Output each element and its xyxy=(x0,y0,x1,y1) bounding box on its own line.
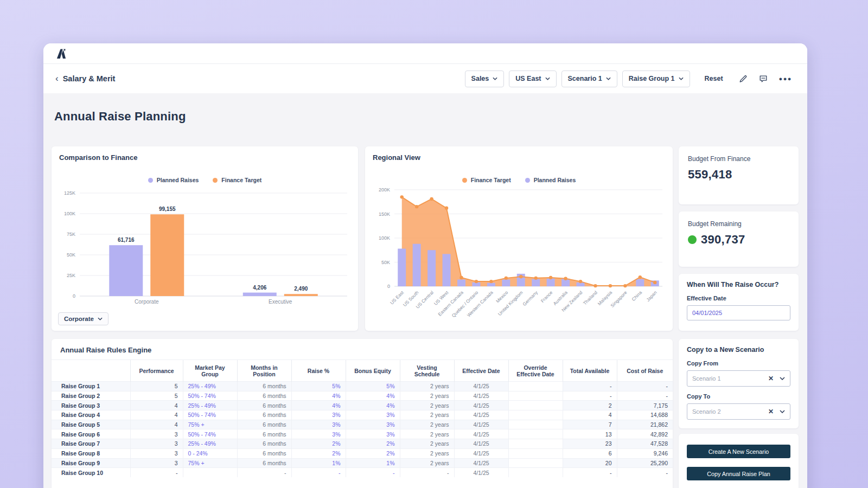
table-cell[interactable]: 2 years xyxy=(400,382,454,391)
table-cell[interactable] xyxy=(508,458,563,468)
table-cell[interactable]: 3% xyxy=(346,420,400,429)
copy-annual-raise-plan-button[interactable]: Copy Annual Raise Plan xyxy=(687,467,790,480)
table-cell[interactable]: 3 xyxy=(130,458,183,468)
table-cell[interactable]: 14,688 xyxy=(617,410,673,420)
table-cell[interactable]: 4% xyxy=(346,391,400,401)
table-cell[interactable]: 50% - 74% xyxy=(183,410,237,420)
table-cell[interactable] xyxy=(508,420,563,429)
effective-date-input[interactable] xyxy=(687,305,790,320)
edit-pencil-icon[interactable] xyxy=(736,72,751,85)
table-cell[interactable]: 2% xyxy=(291,448,346,458)
filter-dropdown-sales[interactable]: Sales xyxy=(465,70,505,87)
chevron-down-icon[interactable] xyxy=(777,377,785,380)
table-cell[interactable]: 2% xyxy=(291,439,346,449)
table-cell[interactable]: 25% - 49% xyxy=(183,401,237,410)
table-cell[interactable]: 5% xyxy=(346,382,400,391)
table-cell[interactable]: 2% xyxy=(346,448,400,458)
table-cell[interactable]: 6 months xyxy=(237,391,291,401)
table-cell[interactable]: - xyxy=(563,382,617,391)
table-cell[interactable]: - xyxy=(400,468,454,478)
table-cell[interactable]: 2 years xyxy=(400,429,454,439)
table-cell[interactable]: 2 years xyxy=(400,439,454,449)
table-cell[interactable]: 4% xyxy=(346,401,400,410)
table-cell[interactable] xyxy=(508,448,563,458)
table-cell[interactable]: - xyxy=(563,391,617,401)
table-cell[interactable]: 1% xyxy=(291,458,346,468)
table-cell[interactable] xyxy=(508,401,563,410)
table-cell[interactable] xyxy=(508,429,563,439)
table-cell[interactable]: 6 xyxy=(563,448,617,458)
table-cell[interactable]: - xyxy=(291,468,346,478)
table-cell[interactable]: 6 months xyxy=(237,429,291,439)
table-cell[interactable]: 2 years xyxy=(400,458,454,468)
table-cell[interactable]: 3 xyxy=(130,448,183,458)
table-cell[interactable]: 3% xyxy=(291,429,346,439)
table-cell[interactable]: 2 years xyxy=(400,391,454,401)
table-cell[interactable]: 2 xyxy=(563,401,617,410)
table-cell[interactable]: 4/1/25 xyxy=(454,420,508,429)
create-new-scenario-button[interactable]: Create A New Scenario xyxy=(687,445,790,458)
table-cell[interactable]: - xyxy=(237,468,291,478)
table-cell[interactable]: 25% - 49% xyxy=(183,382,237,391)
table-cell[interactable]: 25% - 49% xyxy=(183,439,237,449)
table-cell[interactable]: 6 months xyxy=(237,401,291,410)
table-cell[interactable] xyxy=(508,391,563,401)
table-cell[interactable]: 6 months xyxy=(237,439,291,449)
table-cell[interactable]: 50% - 74% xyxy=(183,429,237,439)
table-cell[interactable] xyxy=(508,382,563,391)
table-cell[interactable] xyxy=(508,410,563,420)
table-cell[interactable]: - xyxy=(617,382,673,391)
table-cell[interactable]: 20 xyxy=(563,458,617,468)
table-cell[interactable]: 23 xyxy=(563,439,617,449)
filter-dropdown-raise-group-1[interactable]: Raise Group 1 xyxy=(622,70,690,87)
table-cell[interactable]: 4/1/25 xyxy=(454,382,508,391)
clear-icon[interactable]: ✕ xyxy=(764,375,777,382)
table-cell[interactable]: 3% xyxy=(346,429,400,439)
table-cell[interactable]: 3% xyxy=(291,420,346,429)
table-cell[interactable]: 4 xyxy=(563,410,617,420)
table-cell[interactable]: 6 months xyxy=(237,458,291,468)
table-cell[interactable]: 4/1/25 xyxy=(454,458,508,468)
back-chevron-icon[interactable]: ‹ xyxy=(55,74,59,83)
table-cell[interactable]: 4/1/25 xyxy=(454,410,508,420)
table-cell[interactable]: 47,528 xyxy=(617,439,673,449)
filter-dropdown-scenario-1[interactable]: Scenario 1 xyxy=(561,70,617,87)
table-cell[interactable]: 1% xyxy=(346,458,400,468)
anaplan-logo[interactable] xyxy=(55,48,67,59)
table-cell[interactable]: 3 xyxy=(130,439,183,449)
copy-from-select[interactable]: Scenario 1 ✕ xyxy=(687,370,790,387)
table-cell[interactable]: - xyxy=(617,391,673,401)
table-cell[interactable]: 50% - 74% xyxy=(183,391,237,401)
table-cell[interactable]: 2 years xyxy=(400,448,454,458)
table-cell[interactable]: 4% xyxy=(291,391,346,401)
filter-dropdown-us-east[interactable]: US East xyxy=(509,70,556,87)
table-cell[interactable]: 4/1/25 xyxy=(454,429,508,439)
table-cell[interactable]: 0 - 24% xyxy=(183,448,237,458)
table-cell[interactable]: 4/1/25 xyxy=(454,439,508,449)
table-cell[interactable]: 6 months xyxy=(237,420,291,429)
copy-to-select[interactable]: Scenario 2 ✕ xyxy=(687,403,790,420)
table-cell[interactable]: 5 xyxy=(130,391,183,401)
table-cell[interactable]: 75% + xyxy=(183,420,237,429)
table-cell[interactable] xyxy=(183,468,237,478)
table-cell[interactable]: 25,290 xyxy=(617,458,673,468)
breadcrumb[interactable]: ‹ Salary & Merit xyxy=(55,74,115,84)
table-cell[interactable]: 6 months xyxy=(237,410,291,420)
table-cell[interactable]: 4% xyxy=(291,401,346,410)
table-cell[interactable]: 2% xyxy=(346,439,400,449)
table-cell[interactable]: 7 xyxy=(563,420,617,429)
table-cell[interactable]: 21,862 xyxy=(617,420,673,429)
table-cell[interactable]: 9,246 xyxy=(617,448,673,458)
table-cell[interactable] xyxy=(508,439,563,449)
comment-icon[interactable] xyxy=(756,72,771,85)
table-cell[interactable]: 75% + xyxy=(183,458,237,468)
table-cell[interactable]: 4/1/25 xyxy=(454,391,508,401)
table-cell[interactable]: 4/1/25 xyxy=(454,468,508,478)
table-cell[interactable]: 2 years xyxy=(400,401,454,410)
table-cell[interactable]: 4 xyxy=(130,420,183,429)
table-cell[interactable]: 4 xyxy=(130,410,183,420)
table-cell[interactable]: 6 months xyxy=(237,382,291,391)
table-cell[interactable]: 3 xyxy=(130,429,183,439)
reset-button[interactable]: Reset xyxy=(705,75,723,82)
table-cell[interactable]: 42,892 xyxy=(617,429,673,439)
